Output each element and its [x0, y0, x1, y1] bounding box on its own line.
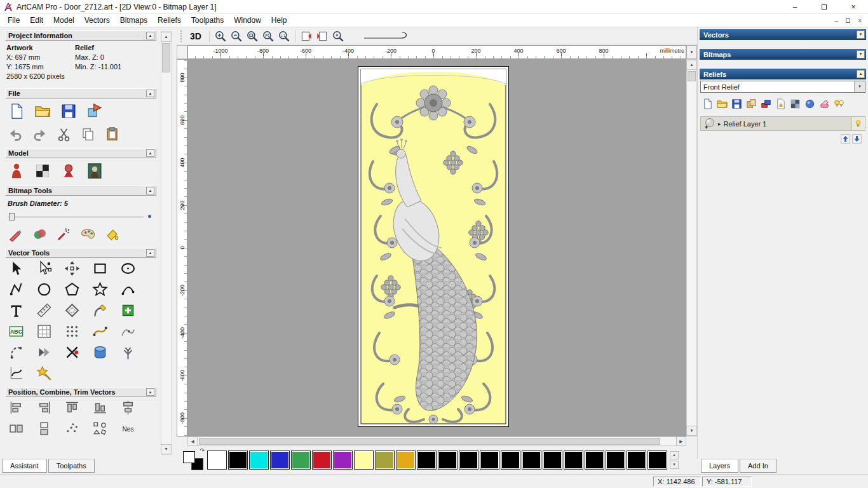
spray-icon[interactable] [56, 226, 72, 242]
new-document-icon[interactable] [8, 102, 25, 120]
import-model-icon[interactable] [86, 102, 104, 120]
spin-vector-icon[interactable] [92, 344, 109, 361]
brush-slider-thumb[interactable] [9, 213, 15, 220]
palette-swatch[interactable] [501, 451, 520, 470]
menu-edit[interactable]: Edit [25, 15, 48, 26]
zoom-scale-icon[interactable]: 1:1 [277, 29, 291, 43]
palette-swatch[interactable] [375, 451, 395, 470]
dots-icon[interactable] [64, 420, 81, 437]
align-left-icon[interactable] [8, 399, 25, 416]
tab-toolpaths[interactable]: Toolpaths [48, 459, 95, 473]
menu-help[interactable]: Help [266, 15, 292, 26]
canvas-vscrollbar[interactable]: ▲ ▼ [686, 59, 697, 437]
select-vectors-icon[interactable] [8, 260, 25, 277]
open-relief-icon[interactable] [716, 98, 728, 110]
next-bitmap-layer-icon[interactable] [315, 29, 329, 43]
tab-assistant[interactable]: Assistant [2, 459, 47, 473]
expand-bitmaps-button[interactable]: ▼ [857, 50, 865, 58]
duplicate-relief-icon[interactable] [745, 98, 757, 110]
close-button[interactable]: × [839, 0, 868, 13]
menu-window[interactable]: Window [229, 15, 266, 26]
fit-arcs-icon[interactable] [119, 323, 137, 340]
palette-swatch[interactable] [480, 451, 499, 470]
open-folder-icon[interactable] [34, 102, 51, 120]
collapse-position-button[interactable]: ▲ [146, 388, 154, 396]
palette-swatch[interactable] [228, 451, 248, 470]
paste-along-curve-icon[interactable] [36, 323, 53, 340]
cut-icon[interactable] [56, 126, 72, 142]
child-close-button[interactable]: × [858, 17, 862, 24]
align-top-icon[interactable] [64, 399, 81, 416]
undo-icon[interactable] [8, 126, 24, 142]
sphere-icon[interactable] [804, 98, 816, 110]
relief-selector-arrow-icon[interactable]: ▼ [854, 81, 865, 92]
align-centre-icon[interactable] [119, 399, 137, 416]
measure-icon[interactable] [36, 302, 53, 319]
palette-swatch[interactable] [396, 451, 416, 470]
create-star-icon[interactable] [92, 281, 109, 298]
create-ellipse-icon[interactable] [119, 260, 137, 277]
move-layer-down-icon[interactable] [852, 134, 862, 144]
tab-layers[interactable]: Layers [701, 459, 738, 473]
ruler-units-dropdown[interactable]: ▼ [686, 45, 697, 59]
palette-swatch[interactable] [312, 451, 332, 470]
join-vectors-icon[interactable] [8, 344, 25, 361]
menu-reliefs[interactable]: Reliefs [153, 15, 186, 26]
trim-vectors-icon[interactable] [64, 344, 81, 361]
menu-model[interactable]: Model [48, 15, 79, 26]
palette-swatch[interactable] [249, 451, 269, 470]
sheet-icon[interactable] [775, 98, 787, 110]
paste-vector-icon[interactable] [119, 302, 137, 319]
primary-secondary-colour-selector[interactable]: ↷ [182, 449, 205, 471]
align-h-icon[interactable] [8, 420, 25, 437]
adjust-model-icon[interactable] [8, 162, 25, 180]
zoom-out-icon[interactable] [229, 29, 243, 43]
draw-icon[interactable] [32, 226, 48, 242]
hscroll-thumb[interactable] [199, 438, 660, 445]
palette-swatch[interactable] [543, 451, 562, 470]
nesting-icon[interactable]: Nes [119, 420, 137, 437]
extrude-vector-icon[interactable] [119, 344, 137, 361]
fillet-icon[interactable] [92, 302, 109, 319]
palette-swatch[interactable] [627, 451, 646, 470]
collapse-reliefs-button[interactable]: ▲ [857, 70, 865, 78]
collapse-bitmap-tools-button[interactable]: ▲ [146, 187, 154, 194]
menu-toolpaths[interactable]: Toolpaths [186, 15, 229, 26]
create-arc-icon[interactable] [119, 281, 137, 298]
layer-expander-icon[interactable]: ▸ [718, 121, 721, 127]
child-restore-button[interactable] [846, 18, 850, 23]
primary-colour-swatch[interactable] [183, 451, 195, 463]
align-right-icon[interactable] [36, 399, 53, 416]
bitmaps-header[interactable]: Bitmaps ▼ [700, 49, 866, 60]
menu-vectors[interactable]: Vectors [79, 15, 115, 26]
transfer-layer-icon[interactable] [760, 98, 772, 110]
expand-vectors-button[interactable]: ▼ [857, 30, 865, 39]
zoom-fit-icon[interactable] [261, 29, 275, 43]
tab-add-in[interactable]: Add In [740, 459, 776, 473]
minimize-button[interactable]: – [780, 0, 810, 13]
previous-bitmap-layer-icon[interactable] [299, 29, 313, 43]
align-v-icon[interactable] [36, 420, 53, 437]
assistant-scrollbar[interactable]: ▲ ▼ [161, 31, 172, 455]
palette-swatch[interactable] [333, 451, 353, 470]
toggle-all-bulb-icon[interactable] [833, 98, 845, 110]
maximize-button[interactable] [810, 0, 839, 13]
palette-swatch[interactable] [417, 451, 437, 470]
palette-swatch[interactable] [606, 451, 625, 470]
scroll-right-button[interactable]: ▶ [676, 437, 686, 446]
node-editing-icon[interactable] [36, 260, 53, 277]
collapse-vector-tools-button[interactable]: ▲ [146, 249, 154, 257]
greyscale-preview-icon[interactable] [34, 162, 51, 180]
paste-icon[interactable] [104, 126, 120, 142]
palette-swatch[interactable] [648, 451, 667, 470]
scroll-up-button[interactable]: ▲ [686, 60, 697, 70]
move-layer-up-icon[interactable] [841, 134, 850, 144]
create-polygon-icon[interactable] [64, 281, 81, 298]
save-icon[interactable] [60, 102, 78, 120]
wrap-vectors-icon[interactable] [36, 365, 53, 382]
vscroll-thumb[interactable] [688, 71, 696, 81]
palette-scroll-down-button[interactable]: ▼ [670, 461, 679, 469]
zoom-in-icon[interactable] [214, 29, 227, 43]
scroll-down-button[interactable]: ▼ [161, 444, 172, 454]
palette-swatch[interactable] [354, 451, 374, 470]
